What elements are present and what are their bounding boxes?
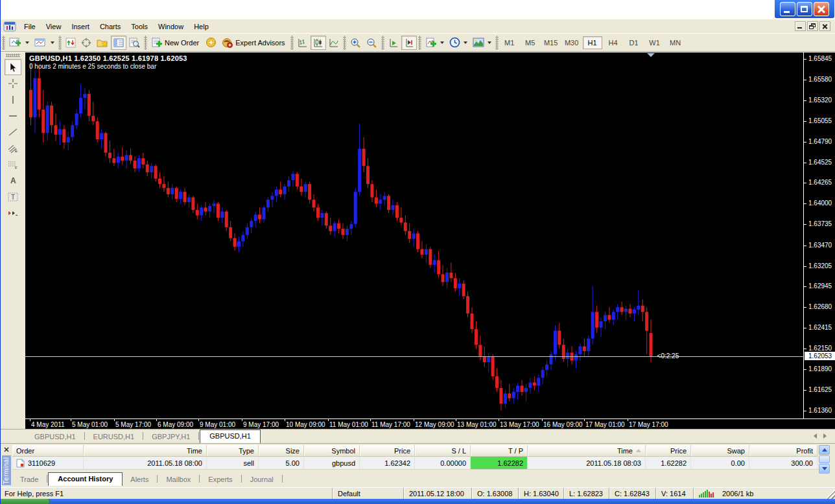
time-tick: [242, 419, 242, 421]
toolbar-grip[interactable]: [418, 36, 421, 50]
menu-insert[interactable]: Insert: [66, 21, 95, 32]
mdi-close-button[interactable]: [819, 21, 830, 31]
status-profile[interactable]: Default: [332, 488, 403, 499]
terminal-tab-alerts[interactable]: Alerts: [123, 474, 156, 486]
vertical-line-tool[interactable]: [5, 91, 21, 108]
terminal-tab-experts[interactable]: Experts: [200, 474, 240, 486]
new-order-button[interactable]: New Order: [148, 36, 203, 50]
chart-canvas[interactable]: GBPUSD,H1 1.62350 1.62525 1.61978 1.6205…: [25, 52, 803, 418]
toolbar-grip[interactable]: [144, 36, 147, 50]
column-header-profit[interactable]: Profit: [749, 445, 817, 457]
chart-shift-button[interactable]: [401, 36, 417, 50]
strategy-tester-button[interactable]: [126, 36, 143, 50]
scroll-up-icon[interactable]: [819, 445, 830, 455]
toolbar-grip[interactable]: [381, 36, 384, 50]
scroll-down-icon[interactable]: [819, 464, 830, 474]
new-chart-button[interactable]: [6, 36, 32, 50]
text-tool[interactable]: A: [5, 172, 21, 189]
toolbar-grip[interactable]: [6, 54, 20, 57]
candlestick-chart-button[interactable]: [311, 36, 326, 50]
chart-tab-gbpjpy-h1[interactable]: GBPJPY,H1: [144, 431, 198, 443]
column-header-order[interactable]: Order: [12, 445, 84, 457]
terminal-toggle-button[interactable]: [111, 36, 126, 50]
column-header-tp[interactable]: T / P: [471, 445, 528, 457]
column-header-sl[interactable]: S / L: [415, 445, 471, 457]
column-header-swap[interactable]: Swap: [691, 445, 749, 457]
timeframe-h1-button[interactable]: H1: [583, 36, 602, 49]
horizontal-line-tool[interactable]: [5, 108, 21, 124]
start-button-fragment[interactable]: [1, 499, 50, 504]
scrollbar-thumb[interactable]: [819, 455, 830, 463]
zoom-in-button[interactable]: [347, 36, 364, 50]
terminal-tab-mailbox[interactable]: Mailbox: [158, 474, 198, 486]
price-tick: [804, 286, 806, 287]
indicators-button[interactable]: [423, 36, 447, 50]
terminal-close-button[interactable]: [3, 446, 10, 453]
periods-button[interactable]: [447, 36, 470, 50]
zoom-out-button[interactable]: [364, 36, 380, 50]
metaeditor-button[interactable]: [203, 36, 219, 50]
resize-grip[interactable]: [825, 488, 835, 499]
market-watch-button[interactable]: [63, 36, 78, 50]
close-window-button[interactable]: [814, 2, 829, 16]
timeframe-m5-button[interactable]: M5: [521, 36, 540, 49]
table-row[interactable]: 31106292011.05.18 08:00sell5.00gbpusd1.6…: [12, 457, 819, 470]
mdi-restore-button[interactable]: [807, 21, 818, 31]
cursor-tool[interactable]: [5, 59, 21, 75]
terminal-scrollbar[interactable]: [819, 445, 830, 474]
scroll-tabs-left-icon[interactable]: [814, 433, 817, 439]
chart-shift-marker-icon[interactable]: [647, 53, 655, 57]
trendline-tool[interactable]: [5, 124, 21, 140]
bar-chart-button[interactable]: [295, 36, 311, 50]
column-header-time[interactable]: Time: [84, 445, 207, 457]
toolbar-grip[interactable]: [495, 36, 499, 50]
terminal-tab-trade[interactable]: Trade: [12, 474, 46, 486]
chart-tab-gbpusd-h1[interactable]: GBPUSD,H1: [200, 430, 261, 443]
data-window-button[interactable]: [78, 36, 94, 50]
menu-view[interactable]: View: [41, 21, 67, 32]
toolbar-grip[interactable]: [2, 36, 5, 50]
column-header-price[interactable]: Price: [360, 445, 415, 457]
timeframe-mn-button[interactable]: MN: [666, 36, 685, 49]
templates-button[interactable]: [470, 36, 494, 50]
scroll-tabs-right-icon[interactable]: [823, 433, 827, 439]
column-header-price[interactable]: Price: [646, 445, 691, 457]
toolbar-grip[interactable]: [290, 36, 294, 50]
timeframe-h4-button[interactable]: H4: [604, 36, 623, 49]
crosshair-tool[interactable]: [5, 75, 21, 91]
minimize-window-button[interactable]: [780, 2, 795, 16]
terminal-tab-account-history[interactable]: Account History: [48, 472, 123, 486]
menu-tools[interactable]: Tools: [126, 21, 153, 32]
line-chart-button[interactable]: [326, 36, 342, 50]
text-label-tool[interactable]: T: [5, 189, 21, 205]
menu-charts[interactable]: Charts: [95, 21, 126, 32]
maximize-window-button[interactable]: [797, 2, 812, 16]
column-header-symbol[interactable]: Symbol: [304, 445, 360, 457]
terminal-tab-journal[interactable]: Journal: [242, 474, 281, 486]
column-header-type[interactable]: Type: [207, 445, 259, 457]
expert-advisors-button[interactable]: Expert Advisors: [219, 36, 288, 50]
menu-file[interactable]: File: [19, 21, 41, 32]
timeframe-d1-button[interactable]: D1: [624, 36, 644, 49]
status-cell-1: O: 1.63008: [471, 488, 518, 499]
column-header-size[interactable]: Size: [259, 445, 304, 457]
column-header-time[interactable]: Time: [528, 445, 646, 457]
toolbar-grip[interactable]: [343, 36, 346, 50]
time-axis-label: 6 May 09:00: [158, 421, 193, 428]
navigator-button[interactable]: [94, 36, 111, 50]
auto-scroll-button[interactable]: [386, 36, 401, 50]
arrows-tool[interactable]: [5, 205, 21, 221]
profiles-button[interactable]: [32, 36, 57, 50]
chart-tab-eurusd-h1[interactable]: EURUSD,H1: [86, 431, 143, 443]
chart-tab-gbpusd-h1[interactable]: GBPUSD,H1: [27, 431, 84, 443]
menu-window[interactable]: Window: [153, 21, 189, 32]
timeframe-m15-button[interactable]: M15: [541, 36, 561, 49]
fibonacci-tool[interactable]: F: [5, 156, 21, 172]
mdi-minimize-button[interactable]: [795, 21, 806, 31]
timeframe-w1-button[interactable]: W1: [645, 36, 664, 49]
timeframe-m1-button[interactable]: M1: [500, 36, 519, 49]
timeframe-m30-button[interactable]: M30: [562, 36, 582, 49]
toolbar-grip[interactable]: [58, 36, 62, 50]
equidistant-channel-tool[interactable]: E: [5, 140, 21, 156]
menu-help[interactable]: Help: [189, 21, 214, 32]
